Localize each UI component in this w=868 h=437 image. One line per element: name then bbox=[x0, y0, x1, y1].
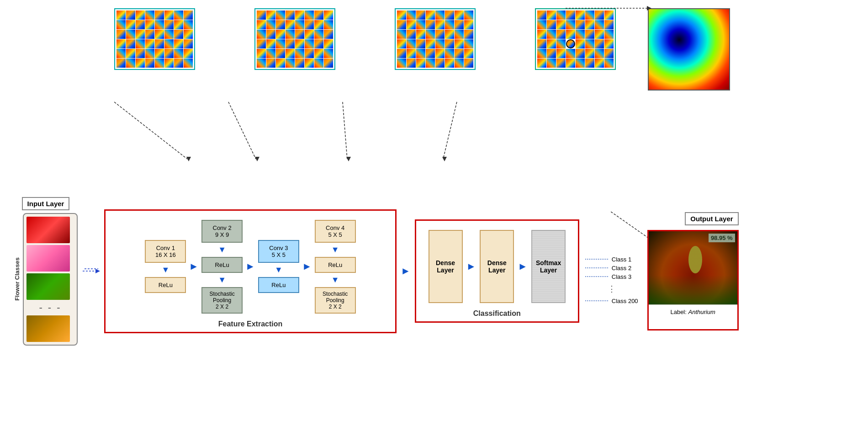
diagram-layout: Input Layer Flower Classes - - - bbox=[9, 4, 859, 433]
conv3-size: 5 X 5 bbox=[265, 251, 293, 258]
fm-cell bbox=[426, 11, 435, 20]
class2-line bbox=[585, 267, 608, 268]
fm-cell bbox=[314, 49, 323, 58]
fm-cell bbox=[164, 30, 174, 39]
fm-cell bbox=[164, 39, 174, 48]
fm-cell bbox=[286, 30, 295, 39]
fm-cell bbox=[547, 30, 556, 39]
fm-cell bbox=[595, 49, 604, 58]
fm-cell bbox=[164, 11, 174, 20]
conv1-block: Conv 1 16 X 16 bbox=[145, 240, 186, 263]
fm-cell bbox=[184, 59, 193, 68]
fm-cell bbox=[116, 11, 126, 20]
fm-cell bbox=[145, 39, 154, 48]
conv3-title: Conv 3 bbox=[265, 245, 293, 251]
fm-cell bbox=[455, 30, 464, 39]
fm-cell bbox=[604, 30, 614, 39]
fm-cell bbox=[295, 20, 304, 29]
softmax-block: SoftmaxLayer bbox=[531, 230, 566, 303]
fm-cell bbox=[435, 39, 445, 48]
fm-cell bbox=[445, 30, 454, 39]
feature-extraction-label: Feature Extraction bbox=[218, 320, 282, 328]
fm-cell bbox=[276, 49, 285, 58]
relu3-title: ReLu bbox=[265, 282, 293, 288]
relu2-block: ReLu bbox=[201, 257, 243, 273]
fm-cell bbox=[266, 39, 275, 48]
fm-cell bbox=[295, 39, 304, 48]
class2-label: Class 2 bbox=[612, 265, 631, 272]
fm-cell bbox=[324, 30, 333, 39]
fm-cell bbox=[266, 49, 275, 58]
fm-cell bbox=[305, 59, 314, 68]
class3-connector: Class 3 bbox=[585, 273, 638, 280]
fm-cell bbox=[145, 30, 154, 39]
fm-cell bbox=[595, 30, 604, 39]
pool4-block: StochasticPooling 2 X 2 bbox=[315, 287, 356, 314]
relu1-block: ReLu bbox=[145, 277, 186, 293]
fm-cell bbox=[145, 59, 154, 68]
fm-cell bbox=[145, 20, 154, 29]
fm-cell bbox=[435, 30, 445, 39]
fm-cell bbox=[464, 11, 473, 20]
fm-cell bbox=[556, 20, 566, 29]
fm-cell bbox=[184, 49, 193, 58]
fm-cell bbox=[464, 59, 473, 68]
fm-cell bbox=[445, 20, 454, 29]
fe-to-cls-arrow: ► bbox=[401, 265, 411, 277]
label-value: Anthurium bbox=[688, 309, 715, 315]
fm-cell bbox=[305, 20, 314, 29]
dense1-block: DenseLayer bbox=[429, 230, 463, 303]
fm-cell bbox=[126, 30, 135, 39]
fm-cell bbox=[276, 11, 285, 20]
output-image-box: 98.95 % Label: Anthurium bbox=[647, 230, 739, 330]
output-layer-label: Output Layer bbox=[685, 212, 738, 225]
fm-cell bbox=[576, 59, 585, 68]
class2-connector: Class 2 bbox=[585, 265, 638, 272]
fm-cell bbox=[537, 30, 546, 39]
arrow-right-1: ► bbox=[189, 261, 199, 272]
output-classes-section: Output Layer Class 1 Class 2 bbox=[585, 212, 739, 330]
fm-cell bbox=[305, 11, 314, 20]
fm-cell bbox=[305, 39, 314, 48]
fm-cell bbox=[136, 59, 145, 68]
fm-cell bbox=[295, 30, 304, 39]
fm-cell bbox=[324, 20, 333, 29]
flower-ellipsis: - - - bbox=[26, 302, 74, 314]
fm-cell bbox=[164, 49, 174, 58]
fm-cell bbox=[257, 11, 266, 20]
pool2-title: StochasticPooling bbox=[206, 291, 238, 304]
fm-cell bbox=[566, 30, 575, 39]
fm-cell bbox=[604, 39, 614, 48]
relu3-block: ReLu bbox=[258, 277, 299, 293]
fm-cell bbox=[407, 30, 416, 39]
fm-cell bbox=[576, 20, 585, 29]
fm-cell bbox=[556, 59, 566, 68]
fm-cell bbox=[286, 59, 295, 68]
fm-cell bbox=[184, 11, 193, 20]
fm-cell bbox=[276, 59, 285, 68]
fm-cell bbox=[576, 49, 585, 58]
fm-cell bbox=[164, 59, 174, 68]
fm-cell bbox=[324, 39, 333, 48]
fm-cell bbox=[266, 30, 275, 39]
fm-cell bbox=[116, 39, 126, 48]
class1-label: Class 1 bbox=[612, 256, 631, 263]
fm-cell bbox=[174, 49, 183, 58]
fm-cell bbox=[174, 30, 183, 39]
fm-cell bbox=[164, 20, 174, 29]
class1-line bbox=[585, 259, 608, 260]
fm-cell bbox=[136, 11, 145, 20]
fm-cell bbox=[445, 11, 454, 20]
fm-cell bbox=[464, 30, 473, 39]
fm-cell bbox=[276, 39, 285, 48]
pool2-size: 2 X 2 bbox=[206, 304, 238, 310]
fm-cell bbox=[257, 20, 266, 29]
fm-cell bbox=[136, 30, 145, 39]
fm-cell bbox=[445, 49, 454, 58]
fm-cell bbox=[314, 59, 323, 68]
fm-cell bbox=[566, 49, 575, 58]
fm-cell bbox=[145, 49, 154, 58]
dense2-block: DenseLayer bbox=[480, 230, 514, 303]
pool4-title: StochasticPooling bbox=[319, 291, 351, 304]
fm-cell bbox=[566, 59, 575, 68]
